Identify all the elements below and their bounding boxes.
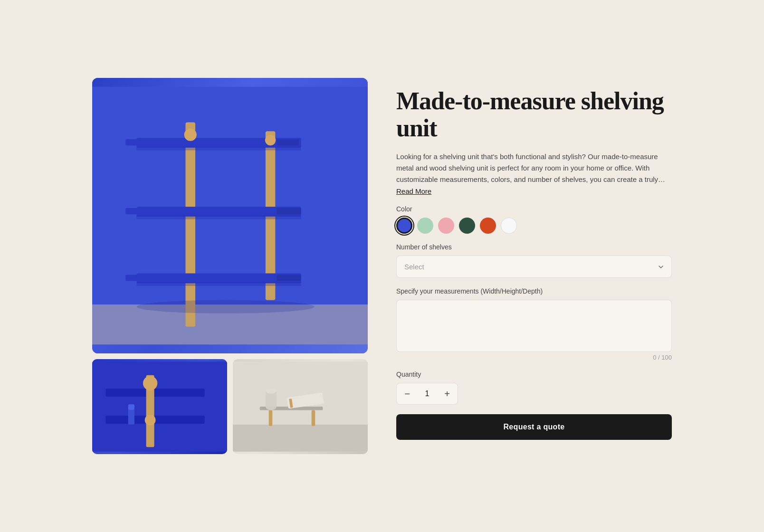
color-swatch-pink[interactable] <box>438 218 454 234</box>
svg-rect-30 <box>269 410 273 426</box>
quantity-section: Quantity − 1 + <box>396 370 672 405</box>
shelves-label: Number of shelves <box>396 243 672 251</box>
svg-point-14 <box>265 135 276 145</box>
svg-rect-8 <box>125 208 143 214</box>
svg-rect-9 <box>277 208 301 214</box>
thumbnail-2-svg <box>233 359 368 454</box>
color-label: Color <box>396 205 672 213</box>
shelf-illustration-svg <box>92 78 368 353</box>
thumbnail-detail-1[interactable] <box>92 359 227 454</box>
shelves-select[interactable]: Select 2 3 4 5 6 <box>396 256 672 278</box>
svg-rect-7 <box>137 207 301 217</box>
svg-rect-15 <box>137 147 301 150</box>
product-description: Looking for a shelving unit that's both … <box>396 151 672 185</box>
svg-rect-28 <box>233 425 368 452</box>
quantity-decrease-button[interactable]: − <box>397 383 418 404</box>
main-image-background <box>92 78 368 353</box>
color-section: Color <box>396 205 672 234</box>
product-title: Made-to-measure shelving unit <box>396 87 672 142</box>
svg-rect-11 <box>125 275 143 281</box>
svg-rect-5 <box>125 139 143 145</box>
read-more-link[interactable]: Read More <box>396 187 431 195</box>
thumbnail-detail-2[interactable] <box>233 359 368 454</box>
color-swatch-mint[interactable] <box>417 218 433 234</box>
product-page: Made-to-measure shelving unit Looking fo… <box>73 59 691 473</box>
svg-point-23 <box>143 376 157 390</box>
svg-point-13 <box>184 129 197 141</box>
svg-point-18 <box>137 300 315 314</box>
quantity-increase-button[interactable]: + <box>437 383 458 404</box>
svg-rect-17 <box>137 282 301 285</box>
svg-rect-26 <box>128 404 134 409</box>
char-count: 0 / 100 <box>396 354 672 361</box>
svg-rect-31 <box>312 410 315 426</box>
color-options <box>396 218 672 234</box>
thumbnail-1-svg <box>92 359 227 454</box>
description-block: Looking for a shelving unit that's both … <box>396 151 672 196</box>
svg-rect-2 <box>185 123 195 327</box>
svg-rect-6 <box>277 139 299 145</box>
svg-rect-20 <box>105 389 204 397</box>
svg-point-24 <box>145 415 156 426</box>
measurements-section: Specify your measurements (Width/Height/… <box>396 287 672 361</box>
quantity-control: − 1 + <box>396 383 458 405</box>
svg-rect-10 <box>137 274 301 284</box>
svg-point-36 <box>266 388 277 393</box>
quantity-label: Quantity <box>396 370 672 378</box>
product-section: Made-to-measure shelving unit Looking fo… <box>396 78 672 454</box>
request-quote-button[interactable]: Request a quote <box>396 414 672 440</box>
color-swatch-blue[interactable] <box>396 218 412 234</box>
thumbnail-row <box>92 359 368 454</box>
svg-rect-19 <box>92 361 227 451</box>
measurements-textarea[interactable] <box>396 300 672 352</box>
measurements-label: Specify your measurements (Width/Height/… <box>396 287 672 295</box>
shelves-section: Number of shelves Select 2 3 4 5 6 <box>396 243 672 278</box>
main-product-image <box>92 78 368 353</box>
svg-rect-12 <box>277 275 301 281</box>
color-swatch-white[interactable] <box>501 218 517 234</box>
quantity-value: 1 <box>418 390 437 398</box>
color-swatch-orange[interactable] <box>480 218 496 234</box>
color-swatch-forest[interactable] <box>459 218 475 234</box>
image-section <box>92 78 368 454</box>
svg-rect-16 <box>137 216 301 219</box>
svg-rect-4 <box>137 138 301 148</box>
